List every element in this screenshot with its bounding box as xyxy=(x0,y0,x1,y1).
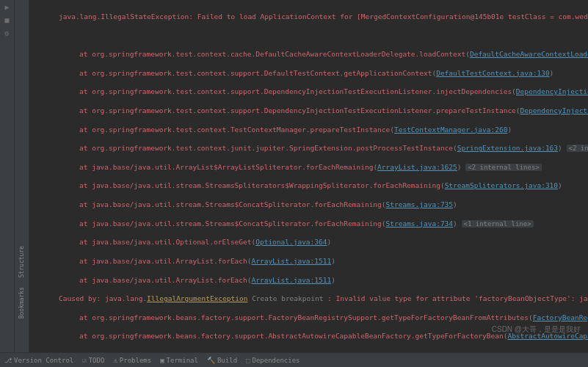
source-link[interactable]: DefaultCacheAwareContextLoaderDelegate.j… xyxy=(470,50,588,58)
structure-tab[interactable]: Structure xyxy=(17,241,26,282)
main-area: ▶ ■ ⚙ Structure Bookmarks java.lang.Ille… xyxy=(0,0,588,352)
tool-gutter: ▶ ■ ⚙ xyxy=(0,0,15,352)
stack-frame: at java.base/java.util.stream.Streams$Co… xyxy=(59,219,582,229)
source-link[interactable]: DependencyInjectionTestExecutionListener… xyxy=(516,87,588,95)
source-link[interactable]: StreamSpliterators.java:310 xyxy=(445,181,558,189)
stop-icon[interactable]: ■ xyxy=(3,16,12,25)
exception-class[interactable]: IllegalArgumentException xyxy=(147,294,247,302)
collapse-badge[interactable]: <2 internal lines> xyxy=(465,164,542,171)
status-bar: ⎇Version Control ☑TODO ⚠Problems ▣Termin… xyxy=(0,352,588,367)
source-link[interactable]: ArrayList.java:1511 xyxy=(252,257,332,265)
stack-frame: at org.springframework.test.context.supp… xyxy=(59,69,582,79)
terminal-tool[interactable]: ▣Terminal xyxy=(160,357,198,364)
trace-gutter xyxy=(29,0,56,352)
stack-frame: at org.springframework.beans.factory.sup… xyxy=(59,351,582,352)
stack-frame: at java.base/java.util.Optional.orElseGe… xyxy=(59,238,582,247)
warning-icon: ⚠ xyxy=(113,357,117,364)
exception-header: java.lang.IllegalStateException: Failed … xyxy=(59,12,582,22)
source-link[interactable]: DependencyInjectionTestExecutionListener… xyxy=(520,106,588,115)
stack-frame: at org.springframework.test.context.Test… xyxy=(59,126,582,135)
source-link[interactable]: AbstractAutowireCapableBeanFactory.java:… xyxy=(507,332,588,340)
source-link[interactable]: DefaultTestContext.java:130 xyxy=(436,69,549,77)
stack-frame: at java.base/java.util.ArrayList.forEach… xyxy=(59,276,582,286)
stack-frame: at org.springframework.beans.factory.sup… xyxy=(59,313,582,323)
source-link[interactable]: Optional.java:364 xyxy=(255,238,327,246)
terminal-icon: ▣ xyxy=(160,357,164,364)
create-breakpoint[interactable]: Create breakpoint xyxy=(252,294,323,302)
stack-frame: at org.springframework.test.context.supp… xyxy=(59,87,582,97)
stack-frame: at org.springframework.test.context.juni… xyxy=(59,144,582,153)
stack-frame: at java.base/java.util.stream.Streams$Co… xyxy=(59,200,582,210)
stack-frame: at org.springframework.test.context.cach… xyxy=(59,50,582,59)
todo-icon: ☑ xyxy=(82,357,86,364)
source-link[interactable]: ArrayList.java:1511 xyxy=(252,276,332,284)
run-icon[interactable]: ▶ xyxy=(3,3,12,12)
caused-by: Caused by: java.lang.IllegalArgumentExce… xyxy=(59,294,582,304)
left-sidebar-tabs: Structure Bookmarks xyxy=(15,0,29,352)
stack-frame: at org.springframework.test.context.supp… xyxy=(59,106,582,116)
package-icon: ⬚ xyxy=(246,357,250,364)
source-link[interactable]: AbstractBeanFactory.java:663 xyxy=(402,351,520,352)
collapse-badge[interactable]: <2 internal lines> xyxy=(567,145,588,152)
source-link[interactable]: Streams.java:735 xyxy=(386,200,454,208)
stack-frame: at java.base/java.util.ArrayList.forEach… xyxy=(59,257,582,266)
blank xyxy=(59,31,582,40)
todo-tool[interactable]: ☑TODO xyxy=(82,357,104,364)
source-link[interactable]: ArrayList.java:1625 xyxy=(377,163,457,171)
bookmarks-tab[interactable]: Bookmarks xyxy=(17,283,26,323)
source-link[interactable]: SpringExtension.java:163 xyxy=(457,144,558,152)
branch-icon: ⎇ xyxy=(4,357,12,364)
stack-frame: at java.base/java.util.stream.StreamsSpl… xyxy=(59,181,582,191)
source-link[interactable]: FactoryBeanRegistrySupport.java:86 xyxy=(533,313,588,321)
dependencies-tool[interactable]: ⬚Dependencies xyxy=(246,357,300,364)
hammer-icon: 🔨 xyxy=(207,357,215,364)
console-output[interactable]: java.lang.IllegalStateException: Failed … xyxy=(29,0,588,352)
build-tool[interactable]: 🔨Build xyxy=(207,357,237,364)
settings-icon[interactable]: ⚙ xyxy=(3,29,12,38)
source-link[interactable]: Streams.java:734 xyxy=(386,219,454,228)
problems-tool[interactable]: ⚠Problems xyxy=(113,357,151,364)
stack-frame: at org.springframework.beans.factory.sup… xyxy=(59,332,582,341)
source-link[interactable]: TestContextManager.java:260 xyxy=(394,126,507,134)
stack-frame: at java.base/java.util.ArrayList$ArrayLi… xyxy=(59,163,582,172)
collapse-badge[interactable]: <1 internal line> xyxy=(462,220,534,228)
vcs-tool[interactable]: ⎇Version Control xyxy=(4,357,73,364)
console-panel: java.lang.IllegalStateException: Failed … xyxy=(29,0,588,352)
